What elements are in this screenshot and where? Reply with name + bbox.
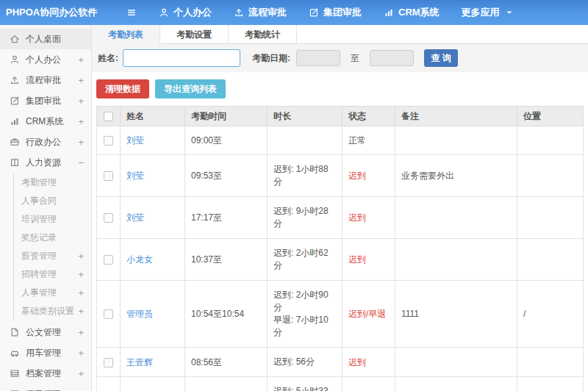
expand-icon[interactable]: + (78, 270, 84, 279)
nav-item-process-approval[interactable]: 流程审批 (234, 6, 287, 19)
expand-icon[interactable]: + (78, 96, 84, 106)
date-to-input[interactable] (370, 50, 414, 66)
duration-cell: 迟到: 56分 (268, 348, 343, 377)
sidebar-item-human-resources[interactable]: 人力资源− (0, 152, 91, 173)
sidebar-item-label: 档案管理 (26, 367, 78, 380)
attendance-table: 姓名考勤时间时长状态备注位置 刘莹09:00至正常刘莹09:53至迟到: 1小时… (96, 106, 584, 391)
sidebar-subitem-salary-management[interactable]: 薪资管理+ (14, 247, 91, 265)
employee-name-link[interactable]: 刘莹 (126, 212, 144, 223)
location-cell: / (517, 377, 584, 391)
employee-name-link[interactable]: 小龙女 (126, 254, 153, 265)
sidebar-item-label: 公文管理 (26, 326, 78, 339)
select-all-checkbox[interactable] (104, 112, 113, 121)
edit-square-icon (10, 96, 20, 106)
sidebar-item-group-approval[interactable]: 集团审批+ (0, 90, 91, 111)
sidebar-subitem-personnel-management[interactable]: 人事管理+ (14, 284, 91, 302)
employee-name-link[interactable]: 刘莹 (126, 171, 144, 181)
expand-icon[interactable]: + (78, 117, 84, 126)
expand-icon[interactable]: + (78, 76, 84, 85)
column-header: 位置 (517, 107, 584, 126)
sidebar-item-label: 行政办公 (26, 136, 78, 148)
expand-icon[interactable]: + (78, 137, 84, 147)
sidebar-item-crm-system[interactable]: CRM系统+ (0, 111, 91, 132)
tab-attendance-stats[interactable]: 考勤统计 (229, 25, 297, 43)
remark-cell (395, 126, 517, 155)
expand-icon[interactable]: + (78, 288, 84, 298)
sidebar-subitem-hr-contract[interactable]: 人事合同 (14, 192, 91, 210)
sidebar-item-document-management[interactable]: 公文管理+ (0, 322, 91, 342)
date-to-label: 至 (351, 52, 359, 65)
row-checkbox[interactable] (104, 309, 113, 319)
location-cell (517, 155, 584, 197)
briefcase-icon (10, 137, 20, 147)
column-header: 考勤时间 (185, 107, 268, 126)
employee-name-link[interactable]: 王壹辉 (126, 357, 153, 367)
attendance-time-cell: 10:37至 (185, 239, 268, 281)
sidebar-subitem-label: 薪资管理 (21, 250, 78, 262)
duration-cell: 迟到: 2小时62分 (268, 239, 343, 281)
row-checkbox[interactable] (104, 136, 113, 146)
name-filter-input[interactable] (123, 49, 240, 67)
nav-item-more-apps[interactable]: 更多应用 (462, 6, 514, 19)
date-from-input[interactable] (296, 50, 340, 66)
nav-item-label: 集团审批 (323, 6, 362, 19)
sidebar-item-personal-office[interactable]: 个人办公+ (0, 49, 91, 70)
sidebar-item-admin-office[interactable]: 行政办公+ (0, 132, 91, 152)
row-checkbox[interactable] (104, 213, 113, 223)
column-header: 时长 (268, 107, 343, 126)
sidebar-subitem-base-category-settings[interactable]: 基础类别设置+ (14, 302, 91, 320)
location-cell (517, 197, 584, 239)
nav-item-personal-office[interactable]: 个人办公 (159, 6, 212, 19)
row-checkbox[interactable] (104, 358, 113, 367)
car-icon (10, 348, 20, 358)
sidebar-subitem-training-management[interactable]: 培训管理 (14, 210, 91, 229)
nav-item-label: 个人办公 (173, 6, 212, 19)
tab-attendance-list[interactable]: 考勤列表 (92, 25, 160, 44)
expand-icon[interactable]: + (78, 251, 84, 261)
expand-icon[interactable]: + (78, 369, 84, 379)
expand-icon[interactable]: + (78, 55, 84, 65)
attendance-time-cell: 09:53至 (185, 155, 268, 197)
export-list-button[interactable]: 导出查询列表 (155, 79, 226, 98)
sidebar-subitem-attendance-management[interactable]: 考勤管理 (14, 173, 91, 192)
sidebar-item-process-approval[interactable]: 流程审批+ (0, 70, 91, 90)
sidebar-subitem-recruit-management[interactable]: 招聘管理+ (14, 265, 91, 284)
row-checkbox[interactable] (104, 255, 113, 265)
row-checkbox[interactable] (104, 171, 113, 181)
employee-name-link[interactable]: 管理员 (126, 309, 153, 319)
nav-item-label: 更多应用 (462, 6, 500, 19)
table-row: 小龙女10:37至迟到: 2小时62分迟到 (97, 239, 584, 281)
table-row: 管理员10:54至10:54迟到: 2小时90分早退: 7小时10分迟到/早退1… (97, 281, 584, 348)
nav-item-label: 流程审批 (248, 6, 287, 19)
table-row: 王壹辉08:56至迟到: 56分迟到 (97, 348, 584, 377)
sidebar-item-personal-desktop[interactable]: 个人桌面 (0, 29, 91, 49)
tab-attendance-settings[interactable]: 考勤设置 (160, 25, 229, 43)
collapse-icon[interactable]: − (78, 158, 84, 168)
status-cell: 迟到 (343, 155, 395, 197)
table-row: 刘莹09:53至迟到: 1小时88分迟到业务需要外出 (97, 155, 584, 197)
expand-icon[interactable]: + (78, 348, 84, 358)
nav-item-group-approval[interactable]: 集团审批 (309, 6, 362, 19)
location-cell (517, 126, 584, 155)
sidebar-subitem-reward-punishment[interactable]: 奖惩记录 (14, 229, 91, 247)
sidebar-submenu: 考勤管理人事合同培训管理奖惩记录薪资管理+招聘管理+人事管理+基础类别设置+ (13, 173, 91, 320)
clear-data-button[interactable]: 清理数据 (96, 79, 149, 98)
status-cell: 迟到 (343, 239, 395, 281)
remark-cell (395, 377, 517, 391)
app-logo[interactable]: PHPOA协同办公软件 (0, 6, 96, 19)
search-button[interactable]: 查 询 (424, 49, 458, 67)
location-cell (517, 348, 584, 377)
menu-toggle-button[interactable] (126, 7, 137, 18)
employee-name-link[interactable]: 刘莹 (126, 135, 144, 146)
table-header: 姓名考勤时间时长状态备注位置 (97, 107, 584, 126)
sidebar-item-project-management[interactable]: 项目管理+ (0, 384, 91, 391)
nav-item-crm-system[interactable]: CRM系统 (384, 6, 440, 19)
table-row: 黄蓉13:20至13:20迟到: 5小时33分早退: 4小时67分迟到/早退/ (97, 377, 584, 391)
attendance-time-cell: 09:00至 (185, 126, 268, 155)
status-badge: 正常 (348, 135, 366, 146)
sidebar-item-archive-management[interactable]: 档案管理+ (0, 363, 91, 384)
sidebar-item-label: 用车管理 (26, 347, 78, 359)
expand-icon[interactable]: + (78, 328, 84, 337)
sidebar-item-vehicle-management[interactable]: 用车管理+ (0, 342, 91, 363)
expand-icon[interactable]: + (78, 306, 84, 316)
